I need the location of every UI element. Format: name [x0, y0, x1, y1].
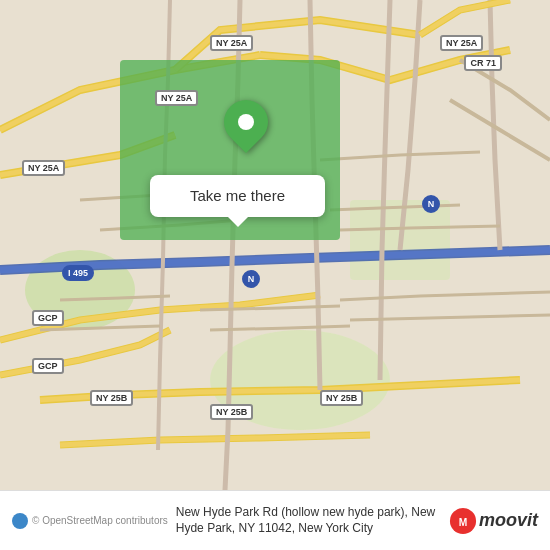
address-line1: New Hyde Park Rd (hollow new hyde park),… [176, 505, 441, 521]
moovit-logo: M moovit [449, 507, 538, 535]
road-badge-gcp-2: GCP [32, 358, 64, 374]
road-badge-n-2: N [242, 270, 260, 288]
pin-dot [238, 114, 254, 130]
pin-body [215, 91, 277, 153]
road-badge-n-1: N [422, 195, 440, 213]
address-block: New Hyde Park Rd (hollow new hyde park),… [168, 505, 449, 536]
take-me-there-button[interactable]: Take me there [150, 175, 325, 217]
location-pin [224, 100, 268, 144]
callout-label: Take me there [190, 187, 285, 204]
address-line2: Hyde Park, NY 11042, New York City [176, 521, 441, 537]
road-badge-ny25b-1: NY 25B [320, 390, 363, 406]
road-badge-i495: I 495 [62, 265, 94, 281]
bottom-bar: © OpenStreetMap contributors New Hyde Pa… [0, 490, 550, 550]
road-badge-ny25b-3: NY 25B [210, 404, 253, 420]
road-badge-ny25a-3: NY 25A [22, 160, 65, 176]
moovit-logo-icon: M [449, 507, 477, 535]
osm-text: © OpenStreetMap contributors [32, 515, 168, 526]
moovit-text: moovit [479, 510, 538, 531]
osm-attribution: © OpenStreetMap contributors [12, 513, 168, 529]
road-badge-ny25a-4: NY 25A [440, 35, 483, 51]
road-badge-ny25b-2: NY 25B [90, 390, 133, 406]
road-badge-ny25a-2: NY 25A [155, 90, 198, 106]
svg-text:M: M [459, 516, 468, 527]
road-badge-ny25a-1: NY 25A [210, 35, 253, 51]
map-container: Take me there NY 25A NY 25A NY 25A NY 25… [0, 0, 550, 490]
road-badge-gcp-1: GCP [32, 310, 64, 326]
road-badge-cr71: CR 71 [464, 55, 502, 71]
osm-logo-icon [12, 513, 28, 529]
